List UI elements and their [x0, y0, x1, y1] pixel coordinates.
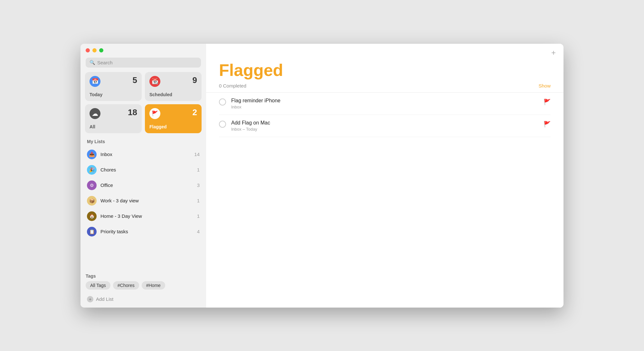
inbox-icon: 📥 — [87, 150, 97, 159]
today-label: Today — [90, 92, 137, 97]
work3day-icon: 📦 — [87, 196, 97, 206]
task-2-title: Add Flag on Mac — [231, 120, 538, 126]
inbox-count: 14 — [194, 152, 200, 157]
home3day-count: 1 — [197, 213, 200, 219]
today-count: 5 — [133, 76, 137, 84]
search-input[interactable]: Search — [97, 60, 113, 65]
smart-card-scheduled[interactable]: 📆 9 Scheduled — [145, 72, 202, 101]
task-1-flag-icon: 🚩 — [544, 98, 551, 106]
chores-label: Chores — [100, 167, 193, 172]
flagged-label: Flagged — [149, 124, 197, 129]
today-icon: 📅 — [90, 76, 100, 87]
tag-home[interactable]: #Home — [142, 281, 165, 290]
tag-all-tags[interactable]: All Tags — [86, 281, 110, 290]
priority-icon: 📋 — [87, 227, 97, 236]
smart-card-all[interactable]: ☁ 18 All — [85, 104, 142, 133]
task-1-checkbox[interactable] — [219, 98, 226, 106]
scheduled-label: Scheduled — [149, 92, 197, 97]
work3day-label: Work - 3 day view — [100, 198, 193, 203]
main-content: + Flagged 0 Completed Show Flag reminder… — [206, 44, 564, 308]
task-2-subtitle: Inbox – Today — [231, 127, 538, 132]
search-icon: 🔍 — [90, 60, 95, 65]
priority-count: 4 — [197, 229, 200, 234]
office-label: Office — [100, 182, 193, 188]
flagged-count: 2 — [193, 108, 197, 116]
office-icon: ⚙ — [87, 180, 97, 190]
close-button[interactable] — [86, 48, 90, 52]
office-count: 3 — [197, 182, 200, 188]
tags-header: Tags — [86, 273, 201, 279]
maximize-button[interactable] — [99, 48, 103, 52]
all-icon: ☁ — [90, 108, 100, 119]
home3day-icon: 🏠 — [87, 211, 97, 221]
add-list-plus-icon: + — [87, 296, 93, 302]
smart-card-today[interactable]: 📅 5 Today — [85, 72, 142, 101]
list-item-office[interactable]: ⚙ Office 3 — [83, 178, 204, 193]
list-items: 📥 Inbox 14 🎉 Chores 1 ⚙ Office 3 📦 Work … — [80, 147, 206, 270]
task-item-1: Flag reminder iPhone Inbox 🚩 — [219, 93, 551, 115]
scheduled-icon: 📆 — [149, 76, 160, 87]
task-2-flag-icon: 🚩 — [544, 121, 551, 128]
task-item-2: Add Flag on Mac Inbox – Today 🚩 — [219, 115, 551, 137]
scheduled-count: 9 — [193, 76, 197, 84]
completed-row: 0 Completed Show — [206, 83, 564, 93]
add-task-button[interactable]: + — [551, 49, 556, 57]
titlebar — [80, 44, 206, 56]
task-list: Flag reminder iPhone Inbox 🚩 Add Flag on… — [206, 93, 564, 308]
task-1-info: Flag reminder iPhone Inbox — [231, 98, 538, 109]
search-bar[interactable]: 🔍 Search — [86, 58, 201, 68]
work3day-count: 1 — [197, 198, 200, 203]
list-item-inbox[interactable]: 📥 Inbox 14 — [83, 147, 204, 162]
page-title: Flagged — [206, 57, 564, 83]
completed-count: 0 Completed — [219, 83, 246, 88]
chores-icon: 🎉 — [87, 165, 97, 175]
home3day-label: Home - 3 Day View — [100, 213, 193, 219]
minimize-button[interactable] — [92, 48, 97, 52]
all-count: 18 — [128, 108, 137, 116]
all-label: All — [90, 124, 137, 129]
main-header: + — [206, 44, 564, 57]
smart-lists-grid: 📅 5 Today 📆 9 Scheduled ☁ 18 All — [80, 72, 206, 138]
task-2-info: Add Flag on Mac Inbox – Today — [231, 120, 538, 132]
smart-card-flagged[interactable]: 🚩 2 Flagged — [145, 104, 202, 133]
list-item-work3day[interactable]: 📦 Work - 3 day view 1 — [83, 193, 204, 208]
list-item-home3day[interactable]: 🏠 Home - 3 Day View 1 — [83, 208, 204, 224]
tags-section: Tags All Tags #Chores #Home — [80, 270, 206, 292]
list-item-priority[interactable]: 📋 Priority tasks 4 — [83, 224, 204, 239]
my-lists-header: My Lists — [80, 138, 206, 147]
tag-chores[interactable]: #Chores — [113, 281, 139, 290]
app-window: 🔍 Search 📅 5 Today 📆 9 Scheduled — [80, 44, 564, 308]
priority-label: Priority tasks — [100, 229, 193, 234]
sidebar: 🔍 Search 📅 5 Today 📆 9 Scheduled — [80, 44, 206, 308]
inbox-label: Inbox — [100, 152, 190, 157]
add-list-row[interactable]: + Add List — [80, 292, 206, 308]
tags-row: All Tags #Chores #Home — [86, 281, 201, 290]
show-button[interactable]: Show — [538, 83, 551, 88]
task-1-subtitle: Inbox — [231, 105, 538, 109]
list-item-chores[interactable]: 🎉 Chores 1 — [83, 162, 204, 178]
chores-count: 1 — [197, 167, 200, 172]
add-list-label: Add List — [96, 296, 113, 302]
flagged-icon: 🚩 — [149, 108, 160, 119]
task-2-checkbox[interactable] — [219, 121, 226, 128]
task-1-title: Flag reminder iPhone — [231, 98, 538, 104]
